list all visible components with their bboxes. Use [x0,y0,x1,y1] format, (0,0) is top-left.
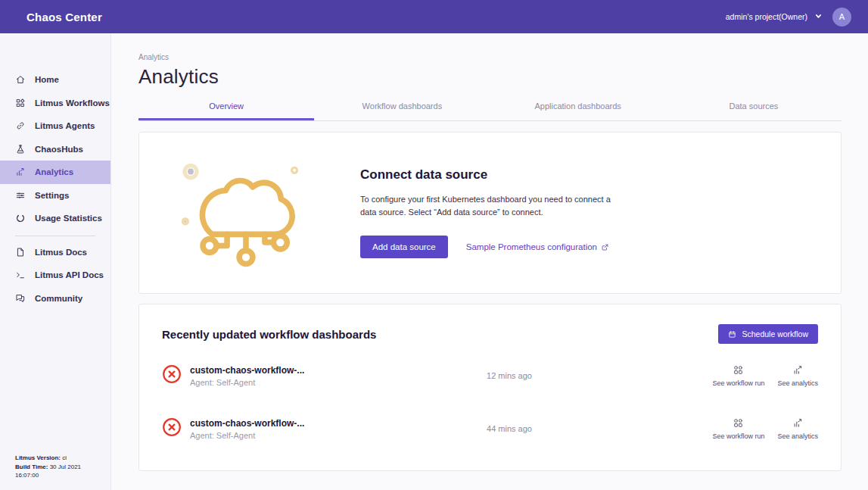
sidebar-item-label: Litmus Workflows [35,98,110,108]
workflow-agent: Agent: Self-Agent [190,431,456,440]
chevron-down-icon [815,12,822,21]
sidebar-item-litmus-docs[interactable]: Litmus Docs [0,241,110,264]
home-icon [15,74,26,85]
top-header: Chaos Center admin's project(Owner) A [0,0,868,33]
workflow-run-icon [733,364,744,376]
see-analytics-icon [792,364,804,376]
sidebar-divider [15,236,95,236]
tab-overview[interactable]: Overview [138,101,314,120]
chaoshubs-icon [15,144,26,154]
connect-card-title: Connect data source [360,167,627,183]
analytics-icon [15,167,26,177]
see-workflow-run-action[interactable]: See workflow run [712,417,764,440]
build-time: Build Time: 30 Jul 2021 16:07:00 [15,463,104,480]
sidebar: Home Litmus Workflows Litmus Agents Chao… [0,33,111,490]
see-analytics-label: See analytics [777,379,818,387]
tab-bar: Overview Workflow dashboards Application… [138,101,842,121]
dashboard-row: custom-chaos-workflow-... Agent: Self-Ag… [162,354,818,397]
workflow-run-icon [733,417,744,429]
sidebar-item-label: Litmus API Docs [35,270,104,279]
add-data-source-button[interactable]: Add data source [360,236,448,258]
see-analytics-action[interactable]: See analytics [777,364,818,387]
sidebar-item-label: Litmus Docs [35,248,87,257]
connect-card-description: To configure your first Kubernetes dashb… [360,193,627,219]
sidebar-item-label: ChaosHubs [35,145,83,154]
calendar-icon [728,330,736,339]
usage-icon [15,213,26,223]
see-analytics-icon [792,417,804,429]
sidebar-item-label: Community [35,294,82,303]
see-workflow-run-label: See workflow run [712,432,764,440]
sidebar-item-litmus-api-docs[interactable]: Litmus API Docs [0,264,110,287]
sidebar-item-settings[interactable]: Settings [0,184,110,208]
external-link-icon [601,243,609,251]
sidebar-item-litmus-agents[interactable]: Litmus Agents [0,114,110,138]
sidebar-item-analytics[interactable]: Analytics [0,161,110,184]
tab-application-dashboards[interactable]: Application dashboards [490,101,666,120]
see-workflow-run-label: See workflow run [712,379,764,387]
sidebar-footer: Litmus Version: ci Build Time: 30 Jul 20… [0,454,110,490]
sidebar-item-label: Analytics [35,167,73,176]
tab-data-sources[interactable]: Data sources [666,101,842,120]
workflow-name: custom-chaos-workflow-... [190,365,456,376]
sidebar-item-label: Usage Statistics [35,214,102,223]
sidebar-item-label: Settings [35,191,69,200]
see-analytics-action[interactable]: See analytics [777,417,818,440]
community-icon [15,293,26,304]
api-docs-icon [15,270,26,280]
see-analytics-label: See analytics [777,432,818,440]
breadcrumb: Analytics [138,53,842,61]
page-title: Analytics [138,65,842,89]
failed-status-icon [162,364,182,387]
workflow-timestamp: 44 mins ago [456,424,562,433]
app-title: Chaos Center [26,11,102,23]
tab-workflow-dashboards[interactable]: Workflow dashboards [314,101,490,120]
sidebar-item-label: Litmus Agents [35,121,95,130]
sidebar-item-home[interactable]: Home [0,68,110,92]
project-selector-label: admin's project(Owner) [726,12,807,21]
sidebar-item-usage-statistics[interactable]: Usage Statistics [0,207,110,230]
schedule-workflow-button[interactable]: Schedule workflow [718,324,818,344]
litmus-version: Litmus Version: ci [15,454,104,463]
main-content: Analytics Analytics Overview Workflow da… [111,33,868,490]
recent-dashboards-card: Recently updated workflow dashboards Sch… [138,304,842,471]
workflow-timestamp: 12 mins ago [456,371,562,380]
settings-icon [15,190,26,201]
workflow-agent: Agent: Self-Agent [190,378,456,387]
avatar[interactable]: A [832,8,851,27]
agents-icon [15,120,26,131]
schedule-workflow-button-label: Schedule workflow [742,329,808,339]
sidebar-item-community[interactable]: Community [0,287,110,311]
docs-icon [15,247,26,257]
sample-prometheus-link[interactable]: Sample Prometheus configuration [466,242,609,251]
failed-status-icon [162,417,182,440]
sidebar-item-litmus-workflows[interactable]: Litmus Workflows [0,92,110,115]
sidebar-item-chaoshubs[interactable]: ChaosHubs [0,138,110,161]
dashboard-row: custom-chaos-workflow-... Agent: Self-Ag… [162,407,818,450]
connect-data-source-card: Connect data source To configure your fi… [138,132,842,294]
see-workflow-run-action[interactable]: See workflow run [712,364,764,387]
cloud-network-illustration [179,157,313,274]
recent-dashboards-title: Recently updated workflow dashboards [162,328,376,341]
sample-prometheus-link-label: Sample Prometheus configuration [466,242,597,251]
project-selector[interactable]: admin's project(Owner) [726,12,822,21]
workflows-icon [15,98,26,108]
workflow-name: custom-chaos-workflow-... [190,418,456,429]
sidebar-item-label: Home [35,75,59,84]
